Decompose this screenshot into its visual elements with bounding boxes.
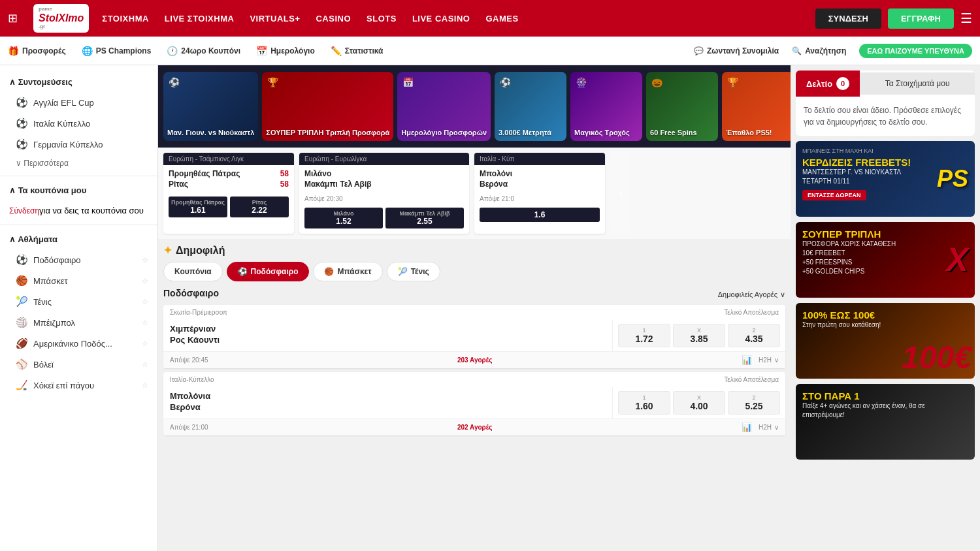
promo-card-4[interactable]: ⚽ 3.000€ Μετρητά: [495, 72, 566, 141]
banner-ps-champions[interactable]: ΜΠΑΙΝΕΙΣ ΣΤΗ ΜΑΧΗ ΚΑΙ ΚΕΡΔΙΖΕΙΣ FREEBETS…: [796, 141, 975, 217]
nav-live-stoixima[interactable]: LIVE ΣΤΟΙΧΗΜΑ: [165, 14, 235, 24]
odd-val-1-1: 1.72: [635, 334, 653, 344]
nav-calendar[interactable]: 📅 Ημερολόγιο: [256, 46, 315, 56]
scores-next-button[interactable]: ›: [610, 153, 631, 234]
sidebar-item-american-football[interactable]: 🏈 Αμερικάνικο Ποδός... ☆: [0, 333, 157, 354]
odd-cell-2-2[interactable]: X 4.00: [673, 391, 725, 415]
search-label: Αναζήτηση: [805, 46, 846, 55]
nav-search[interactable]: 🔍 Αναζήτηση: [792, 46, 846, 55]
odd-cell-2-3[interactable]: 2 5.25: [728, 391, 780, 415]
match-markets-2[interactable]: 202 Αγορές: [457, 424, 493, 431]
odd-cell-1-1[interactable]: 1 1.72: [618, 324, 670, 347]
sidebar-item-baseball[interactable]: ⚾ Βόλεϊ ☆: [0, 354, 157, 375]
odd-btn-3a[interactable]: 1.6: [480, 208, 600, 222]
promo-title-2: ΣΟΥΠΕΡ ΤΡΙΠΛΗ Τριπλή Προσφορά: [266, 129, 389, 137]
odd-label-2a: Μιλάνο: [306, 210, 382, 217]
score-card-league-3: Ιταλία - Κύπ: [474, 153, 605, 165]
odd-btn-1b[interactable]: Ρίτας 2.22: [230, 197, 289, 217]
deltio-button[interactable]: Δελτίο 0: [796, 71, 860, 97]
sidebar-item-tennis[interactable]: 🎾 Τένις ☆: [0, 291, 157, 312]
main-content: ⚽ Μαν. Γιουν. vs Νιούκαστλ 🏆 ΣΟΥΠΕΡ ΤΡΙΠ…: [158, 65, 791, 551]
ps-champions-icon: 🌐: [82, 46, 93, 56]
tab-basketball[interactable]: 🏀 Μπάσκετ: [313, 262, 382, 281]
odd-val-1-2: 3.85: [690, 334, 708, 344]
football-icon-2: ⚽: [16, 118, 28, 129]
nav-virtuals[interactable]: VIRTUALS+: [250, 14, 300, 24]
team-1a: Χιμπέρνιαν: [170, 324, 606, 334]
odd-cell-1-2[interactable]: X 3.85: [673, 324, 725, 347]
deltio-header: Δελτίο 0 Τα Στοιχήματά μου: [796, 71, 975, 97]
nav-slots[interactable]: SLOTS: [367, 14, 397, 24]
sidebar-item-basketball[interactable]: 🏀 Μπάσκετ ☆: [0, 270, 157, 291]
banner-ps-title: ΚΕΡΔΙΖΕΙΣ FREEBETS!: [802, 157, 911, 168]
h2h-label-2: H2H: [759, 424, 772, 431]
sidebar-item-germany-cup[interactable]: ⚽ Γερμανία Κύπελλο: [0, 134, 157, 155]
login-link[interactable]: Σύνδεση: [9, 206, 39, 215]
sidebar-item-volleyball[interactable]: 🏐 Μπέιζμπολ ☆: [0, 312, 157, 333]
sports-header[interactable]: ∧ Αθλήματα: [0, 229, 157, 249]
logo-area[interactable]: pame StoIXImo .gr: [33, 4, 89, 32]
tab-coupons[interactable]: Κουπόνια: [163, 262, 223, 281]
odd-btn-2b[interactable]: Μακάμπι Τελ Αβίβ 2.55: [385, 208, 464, 228]
chevron-icon-1: ∨: [774, 356, 779, 364]
banner-para1[interactable]: ΣΤΟ ΠΑΡΑ 1 Παίξε 4+ αγώνες και αν χάσεις…: [796, 384, 975, 460]
banner-100-title: 100% ΕΩΣ 100€: [802, 309, 881, 321]
score-card-body-2: Μιλάνο Μακάμπι Τελ Αβίβ: [299, 165, 469, 194]
sidebar-item-italy-cup[interactable]: ⚽ Ιταλία Κύπελλο: [0, 113, 157, 134]
promo-card-3[interactable]: 📅 Ημερολόγιο Προσφορών: [397, 72, 491, 141]
popular-markets-button[interactable]: Δημοφιλείς Αγορές ∨: [718, 291, 785, 299]
banner-triple[interactable]: ΣΟΥΠΕΡ ΤΡΙΠΛΗ ΠΡΟΣΦΟΡΑ ΧΩΡΙΣ ΚΑΤΑΘΕΣΗ10€…: [796, 222, 975, 298]
nav-stoixima[interactable]: ΣΤΟΙΧΗΜΑ: [102, 14, 149, 24]
tab-football-icon: ⚽: [238, 267, 248, 276]
nav-live-casino[interactable]: LIVE CASINO: [412, 14, 470, 24]
promo-icon-1: ⚽: [169, 77, 180, 87]
h2h-label-1: H2H: [759, 356, 772, 364]
odd-type-1-3: 2: [752, 327, 755, 334]
promo-card-1[interactable]: ⚽ Μαν. Γιουν. vs Νιούκαστλ: [163, 72, 258, 141]
odd-btn-1a[interactable]: Προμηθέας Πάτρας 1.61: [169, 197, 227, 217]
odd-type-2-3: 2: [752, 394, 755, 401]
baseball-icon: ⚾: [16, 358, 28, 370]
login-button[interactable]: ΣΥΝΔΕΣΗ: [815, 8, 881, 29]
nav-casino[interactable]: CASINO: [316, 14, 351, 24]
odd-cell-2-1[interactable]: 1 1.60: [618, 391, 670, 415]
sidebar-item-football[interactable]: ⚽ Ποδόσφαιρο ☆: [0, 249, 157, 270]
promo-card-7[interactable]: 🏆 Έπαθλο PS5!: [722, 72, 791, 141]
shortcuts-header[interactable]: ∧ Συντομεύσεις: [0, 72, 157, 92]
promo-card-6[interactable]: 🎃 60 Free Spins: [646, 72, 718, 141]
h2h-button-2[interactable]: H2H ∨: [759, 424, 779, 431]
tab-tennis[interactable]: 🎾 Τένις: [387, 262, 440, 281]
my-bets-button[interactable]: Τα Στοιχήματά μου: [860, 72, 975, 95]
basketball-sport-icon: 🏀: [16, 275, 28, 287]
nav-24h-coupon[interactable]: 🕐 24ωρο Κουπόνι: [167, 46, 240, 56]
sidebar-item-england-efl[interactable]: ⚽ Αγγλία EFL Cup: [0, 92, 157, 113]
odd-cell-1-3[interactable]: 2 4.35: [728, 324, 780, 347]
grid-icon[interactable]: ⊞: [8, 11, 18, 25]
banner-100pct[interactable]: 100% ΕΩΣ 100€ Στην πρώτη σου κατάθεση! 1…: [796, 303, 975, 379]
promo-card-2[interactable]: 🏆 ΣΟΥΠΕΡ ΤΡΙΠΛΗ Τριπλή Προσφορά: [262, 72, 393, 141]
score-team-2a: Μιλάνο: [304, 169, 464, 178]
favorite-icon: ☆: [142, 256, 148, 264]
odd-val-2-2: 4.00: [690, 401, 708, 411]
nav-statistics[interactable]: ✏️ Στατιστικά: [331, 46, 384, 56]
odd-type-2-2: X: [697, 394, 701, 401]
hamburger-menu[interactable]: ☰: [960, 10, 972, 26]
promo-title-3: Ημερολόγιο Προσφορών: [401, 129, 487, 137]
eao-button[interactable]: ΕΑΩ ΠΑΙΖΟΥΜΕ ΥΠΕΥΘΥΝΑ: [859, 44, 972, 58]
odd-btn-2a[interactable]: Μιλάνο 1.52: [304, 208, 383, 228]
banner-ps-cta[interactable]: ΕΝΤΑΣΣΕ ΔΩΡΕΑΝ: [802, 190, 866, 200]
register-button[interactable]: ΕΓΓΡΑΦΗ: [888, 8, 954, 29]
nav-games[interactable]: GAMES: [485, 14, 518, 24]
sidebar-item-ice-hockey[interactable]: 🏒 Χόκεϊ επί πάγου ☆: [0, 375, 157, 396]
nav-ps-champions[interactable]: 🌐 PS Champions: [82, 46, 152, 56]
promo-card-5[interactable]: 🎡 Μαγικός Τροχός: [570, 72, 642, 141]
sidebar-more[interactable]: ∨ Περισσότερα: [0, 155, 157, 172]
tab-football[interactable]: ⚽ Ποδόσφαιρο: [227, 262, 310, 281]
nav-live-chat[interactable]: 💬 Ζωντανή Συνομιλία: [694, 46, 779, 55]
score-card-3: Ιταλία - Κύπ Μπολόνι Βερόνα Απόψε 21:0 1…: [474, 153, 605, 234]
my-coupons-header[interactable]: ∧ Τα κουπόνια μου: [0, 180, 157, 200]
h2h-button-1[interactable]: H2H ∨: [759, 356, 779, 364]
nav-offers[interactable]: 🎁 Προσφορές: [8, 46, 66, 56]
promo-cards-row: ⚽ Μαν. Γιουν. vs Νιούκαστλ 🏆 ΣΟΥΠΕΡ ΤΡΙΠ…: [158, 65, 791, 148]
match-markets-1[interactable]: 203 Αγορές: [457, 356, 493, 364]
